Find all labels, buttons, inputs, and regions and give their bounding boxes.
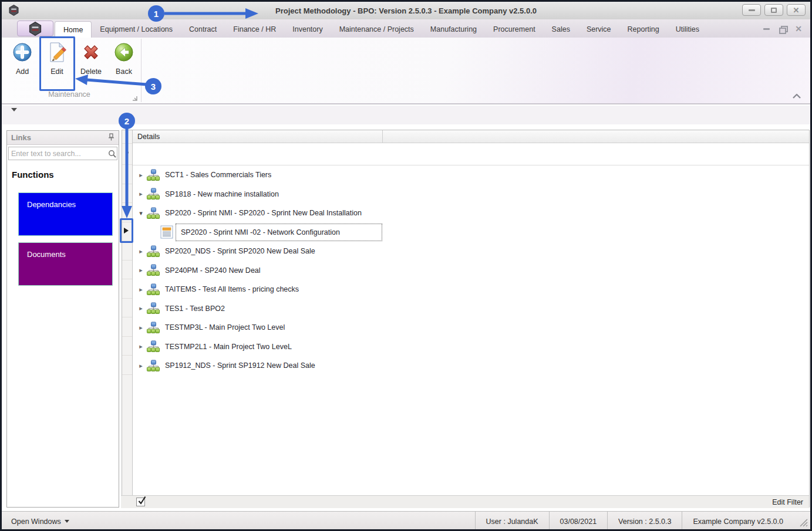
open-windows-dropdown[interactable]: Open Windows xyxy=(11,518,69,526)
expand-collapsed-icon[interactable]: ▸ xyxy=(137,324,144,332)
tree-row-label[interactable]: SP1912_NDS - Sprint SP1912 New Deal Sale xyxy=(165,361,315,370)
tab-service[interactable]: Service xyxy=(578,21,619,38)
tab-maintenance-projects[interactable]: Maintenance / Projects xyxy=(331,21,422,38)
resize-grip[interactable] xyxy=(800,519,808,529)
tab-equipment-locations[interactable]: Equipment / Locations xyxy=(92,21,181,38)
mdi-restore-icon[interactable] xyxy=(779,26,786,32)
collapse-expanded-icon[interactable]: ▾ xyxy=(137,209,144,217)
tree-row[interactable]: ▸ SP1818 - New machine installation xyxy=(133,185,809,204)
search-icon[interactable] xyxy=(108,150,119,158)
expand-collapsed-icon[interactable]: ▸ xyxy=(137,362,144,370)
tab-contract[interactable]: Contract xyxy=(181,21,225,38)
dependancies-button[interactable]: Dependancies xyxy=(18,192,113,236)
group-dialog-launcher-icon[interactable] xyxy=(132,93,137,103)
status-company: Example Company v2.5.0.0 xyxy=(682,512,794,531)
details-column-header[interactable]: Details xyxy=(133,133,160,141)
column-divider[interactable] xyxy=(382,130,383,143)
ribbon-body: Add Edit Delete Back xyxy=(2,38,810,104)
project-node-icon xyxy=(147,283,160,296)
expand-collapsed-icon[interactable]: ▸ xyxy=(137,171,144,179)
status-user: User : JulandaK xyxy=(475,512,549,531)
delete-button[interactable]: Delete xyxy=(75,41,107,76)
tab-finance-hr[interactable]: Finance / HR xyxy=(225,21,284,38)
project-node-icon xyxy=(147,264,160,276)
tree-row[interactable]: ▸ SP240PM - SP240 New Deal xyxy=(133,261,809,280)
details-grid: Details ▸ SCT1 - Sales Commercials Tiers… xyxy=(133,130,810,508)
toolbar-overflow-icon[interactable] xyxy=(11,111,18,122)
mdi-close-icon[interactable]: ✕ xyxy=(795,25,802,33)
expand-collapsed-icon[interactable]: ▸ xyxy=(137,343,144,350)
tab-sales[interactable]: Sales xyxy=(544,21,578,38)
search-input[interactable] xyxy=(9,150,108,158)
minimize-button[interactable] xyxy=(742,4,761,16)
tab-manufacturing[interactable]: Manufacturing xyxy=(422,21,485,38)
edit-filter-link[interactable]: Edit Filter xyxy=(772,498,803,506)
collapse-ribbon-icon[interactable] xyxy=(791,92,802,102)
ribbon-group-label: Maintenance xyxy=(2,90,137,99)
tab-inventory[interactable]: Inventory xyxy=(284,21,331,38)
task-document-icon xyxy=(160,225,173,239)
project-node-icon xyxy=(147,360,160,372)
delete-icon xyxy=(80,41,102,63)
tree-row-label[interactable]: TESTMP3L - Main Project Two Level xyxy=(165,323,285,332)
tree-row[interactable]: ▸ TES1 - Test BPO2 xyxy=(133,299,809,319)
project-node-icon xyxy=(147,245,160,258)
application-menu-button[interactable] xyxy=(17,21,53,36)
tab-home[interactable]: Home xyxy=(55,21,92,38)
expand-collapsed-icon[interactable]: ▸ xyxy=(137,305,144,312)
grid-filter-row[interactable] xyxy=(133,143,809,165)
back-button[interactable]: Back xyxy=(107,41,140,76)
status-version: Version : 2.5.0.3 xyxy=(607,512,682,531)
tab-procurement[interactable]: Procurement xyxy=(485,21,544,38)
tree-row-label[interactable]: TAITEMS - Test All Items - pricing check… xyxy=(165,285,299,293)
callout-1: 1 xyxy=(148,5,164,22)
project-node-icon xyxy=(147,188,160,200)
edit-button[interactable]: Edit xyxy=(41,41,73,76)
maximize-button[interactable] xyxy=(764,4,783,16)
tree-row-label[interactable]: SCT1 - Sales Commercials Tiers xyxy=(165,171,271,179)
callout-2: 2 xyxy=(119,113,135,129)
filter-row-indicator xyxy=(126,151,129,154)
add-button[interactable]: Add xyxy=(6,41,39,76)
grid-header-row: Details xyxy=(133,130,809,143)
tree-row[interactable]: ▸ SP2020_NDS - Sprint SP2020 New Deal Sa… xyxy=(133,242,809,261)
tree-row[interactable]: ▸ TESTMP3L - Main Project Two Level xyxy=(133,318,809,337)
pin-icon[interactable] xyxy=(108,133,114,143)
expand-collapsed-icon[interactable]: ▸ xyxy=(137,248,144,255)
expand-collapsed-icon[interactable]: ▸ xyxy=(137,190,144,198)
expand-collapsed-icon[interactable]: ▸ xyxy=(137,266,144,274)
project-node-icon xyxy=(147,207,160,219)
status-bar: Open Windows User : JulandaK 03/08/2021 … xyxy=(2,511,810,531)
tree-row[interactable]: ▸ TAITEMS - Test All Items - pricing che… xyxy=(133,280,809,299)
mdi-minimize-icon[interactable] xyxy=(763,28,770,30)
tree-row-label[interactable]: TESTMP2L1 - Main Project Two LeveL xyxy=(165,343,292,351)
window-title: Project Methodology - BPO: Version 2.5.0… xyxy=(2,6,810,15)
ribbon-tab-row: Home Equipment / Locations Contract Fina… xyxy=(2,19,810,38)
focused-row-indicator-icon[interactable] xyxy=(124,228,129,234)
expand-collapsed-icon[interactable]: ▸ xyxy=(137,286,144,293)
add-icon xyxy=(11,41,33,63)
tree-row[interactable]: ▸ SP1912_NDS - Sprint SP1912 New Deal Sa… xyxy=(133,356,809,376)
tab-reporting[interactable]: Reporting xyxy=(619,21,668,38)
tree-row-label[interactable]: SP240PM - SP240 New Deal xyxy=(165,266,261,275)
tree-row-selected[interactable]: SP2020 - Sprint NMI -02 - Network Config… xyxy=(133,223,809,242)
selected-row-focus-box[interactable]: SP2020 - Sprint NMI -02 - Network Config… xyxy=(176,224,382,241)
tab-utilities[interactable]: Utilities xyxy=(668,21,707,38)
group-divider xyxy=(141,39,141,102)
project-tree: ▸ SCT1 - Sales Commercials Tiers ▸ SP181… xyxy=(133,165,809,376)
tree-row-label[interactable]: SP1818 - New machine installation xyxy=(165,190,279,198)
filter-enabled-checkbox[interactable] xyxy=(136,498,145,506)
tree-row[interactable]: ▸ SCT1 - Sales Commercials Tiers xyxy=(133,165,809,185)
app-logo-icon xyxy=(29,22,42,36)
tree-row[interactable]: ▸ TESTMP2L1 - Main Project Two LeveL xyxy=(133,337,809,357)
tree-row-label[interactable]: SP2020_NDS - Sprint SP2020 New Deal Sale xyxy=(165,247,315,255)
open-windows-label: Open Windows xyxy=(11,518,61,526)
callout-3: 3 xyxy=(145,78,161,94)
ribbon-tabs: Home Equipment / Locations Contract Fina… xyxy=(55,21,707,38)
tree-row-label[interactable]: TES1 - Test BPO2 xyxy=(165,305,225,313)
documents-button[interactable]: Documents xyxy=(18,242,113,286)
back-icon xyxy=(113,41,135,63)
tree-row[interactable]: ▾ SP2020 - Sprint NMI - SP2020 - Sprint … xyxy=(133,204,809,223)
tree-row-label[interactable]: SP2020 - Sprint NMI - SP2020 - Sprint Ne… xyxy=(165,209,362,217)
close-button[interactable]: ✕ xyxy=(787,4,806,16)
